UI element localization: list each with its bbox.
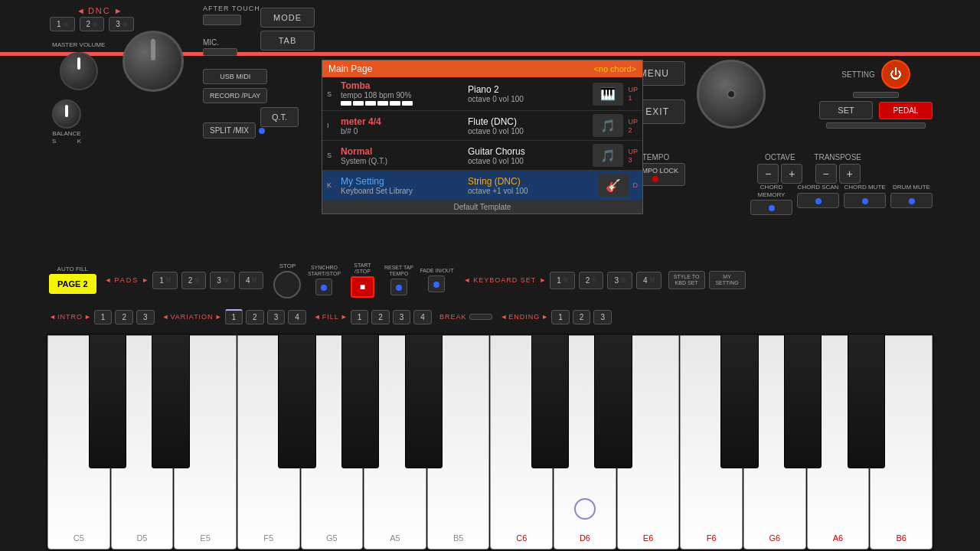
start-stop-btn[interactable] [351,276,374,298]
kbd-btn-3[interactable]: 3 [607,272,632,289]
kbd-btn-4[interactable]: 4 [636,272,662,289]
key-label-C5: C5 [74,533,84,543]
black-key-after-1[interactable] [152,334,190,468]
black-key-after-3[interactable] [278,334,316,468]
fill-btn-2[interactable]: 2 [371,310,390,324]
black-key-after-7[interactable] [531,334,570,468]
power-btn[interactable]: ⏻ [881,60,910,89]
tab-btn[interactable]: TAB [260,31,315,51]
variation-btn-1[interactable]: 1 [225,309,243,324]
popup-icon-3: 🎸 [598,174,629,197]
popup-up-labels-1: UP 2 [628,118,638,134]
black-key-after-12[interactable] [848,334,886,468]
octave-plus-btn[interactable]: + [781,164,802,184]
dnc-btn-2[interactable]: 2 [80,17,105,31]
fill-btn-3[interactable]: 3 [393,310,411,324]
popup-footer: Default Template [322,201,642,214]
main-container: ◄ DNC ► 1 2 3 MASTER VOLUME [0,0,980,551]
fill-btn-1[interactable]: 1 [351,310,369,324]
qt-btn[interactable]: Q.T. [260,107,299,127]
kbd-btn-2[interactable]: 2 [579,272,604,289]
pad-btn-2[interactable]: 2 [181,272,207,289]
key-label-E6: E6 [643,533,653,543]
popup-row-1[interactable]: I meter 4/4 b/# 0 Flute (DNC) octave 0 v… [322,111,642,141]
variation-btn-2[interactable]: 2 [246,310,264,324]
mode-label: MODE [273,13,302,22]
break-btn[interactable] [469,314,492,320]
kbd-btn-1[interactable]: 1 [550,272,575,289]
transpose-minus-btn[interactable]: − [815,164,837,184]
fill-arrow-r: ► [341,313,348,321]
popup-row-left-3: My Setting Keyboard Set Library [341,176,463,195]
dnc-btn-1[interactable]: 1 [50,17,75,31]
transpose-label: TRANSPOSE [814,153,861,161]
page2-btn[interactable]: PAGE 2 [49,274,96,294]
mode-btn[interactable]: MODE [260,8,315,28]
style-to-kbd-btn[interactable]: STYLE TO KBD SET [668,271,705,289]
black-key-after-5[interactable] [405,334,443,468]
setting-slider[interactable] [853,92,899,98]
kbd-4-indicator [650,278,655,282]
pad-btn-4[interactable]: 4 [239,272,264,289]
usb-midi-btn[interactable]: USB MIDI [203,69,267,84]
popup-meta-r-3: octave +1 vol 100 [468,187,593,195]
octave-minus-btn[interactable]: − [757,164,779,184]
black-key-after-8[interactable] [594,334,632,468]
chord-memory-btn[interactable] [750,200,792,215]
usb-midi-label: USB MIDI [220,73,250,80]
ending-btn-1[interactable]: 1 [551,310,570,324]
master-volume-knob[interactable] [60,52,98,90]
my-setting-btn[interactable]: MY SETTING [709,271,746,289]
popup-instrument-2: Guitar Chorus [468,146,588,157]
large-center-knob[interactable] [122,31,184,92]
black-key-after-4[interactable] [341,334,380,468]
pad-btn-3[interactable]: 3 [210,272,235,289]
popup-tag-0: S [327,90,336,98]
ending-label: ENDING [508,313,540,321]
ending-btn-2[interactable]: 2 [573,310,591,324]
mic-control[interactable] [203,48,237,56]
pedal-btn[interactable]: PEDAL [879,102,933,119]
popup-row-right-0: Piano 2 octave 0 vol 100 [468,84,588,103]
pad-label-1: 1 [159,276,164,285]
pedal-label: PEDAL [893,106,919,115]
s-label: S [52,138,56,145]
popup-row-3[interactable]: K My Setting Keyboard Set Library String… [322,171,642,201]
stop-btn[interactable] [273,271,301,298]
chord-scan-btn[interactable] [797,193,839,208]
record-play-btn[interactable]: RECORD /PLAY [203,88,267,103]
ending-btn-3[interactable]: 3 [593,310,612,324]
pedal-slider[interactable] [826,122,926,129]
balance-knob[interactable] [52,99,81,129]
var-arrow-r: ► [215,313,222,321]
intro-btn-3[interactable]: 3 [136,310,155,324]
black-key-after-0[interactable] [89,334,127,468]
after-touch-slider[interactable] [203,15,241,25]
popup-row-2[interactable]: S Normal System (Q.T.) Guitar Chorus oct… [322,141,642,171]
transpose-plus-btn[interactable]: + [839,164,861,184]
intro-btn-2[interactable]: 2 [115,310,133,324]
dnc-btn-3[interactable]: 3 [109,17,134,31]
variation-btn-3[interactable]: 3 [267,310,286,324]
fade-btn[interactable] [428,276,445,292]
kbd-3-indicator [621,278,626,282]
bar-seg-2 [353,101,364,106]
fill-btn-4[interactable]: 4 [413,310,432,324]
popup-row-0[interactable]: S Tomba tempo 108 bpm 90% Piano 2 [322,77,642,111]
popup-icon-2: 🎵 [593,144,623,167]
black-key-after-11[interactable] [784,334,822,468]
big-knob[interactable] [697,60,766,129]
split-mix-btn[interactable]: SPLIT /MIX [203,122,256,139]
drum-mute-btn[interactable] [890,193,933,208]
set-btn[interactable]: SET [819,101,873,119]
key-label-F5: F5 [263,533,273,543]
reset-btn[interactable] [390,279,407,295]
chord-mute-btn[interactable] [844,193,886,208]
pad-btn-1[interactable]: 1 [152,272,178,289]
after-touch-label: AFTER TOUCH [203,5,260,12]
synchro-btn[interactable] [315,279,332,295]
variation-btn-4[interactable]: 4 [288,310,306,324]
menu-label: MENU [639,68,669,79]
intro-btn-1[interactable]: 1 [94,310,113,324]
black-key-after-10[interactable] [720,334,759,468]
